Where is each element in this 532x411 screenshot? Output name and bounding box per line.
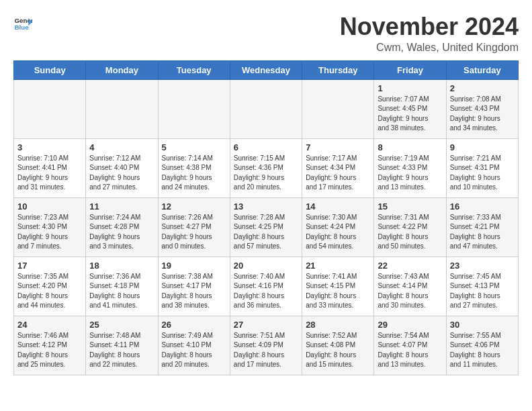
day-info: Sunrise: 7:23 AMSunset: 4:30 PMDaylight:… — [17, 213, 82, 252]
day-number: 14 — [306, 201, 370, 212]
calendar-cell: 23Sunrise: 7:45 AMSunset: 4:13 PMDayligh… — [446, 257, 518, 316]
day-number: 15 — [378, 201, 442, 212]
calendar-cell: 10Sunrise: 7:23 AMSunset: 4:30 PMDayligh… — [14, 197, 86, 257]
title-area: November 2024 Cwm, Wales, United Kingdom — [340, 13, 519, 54]
day-number: 20 — [234, 261, 298, 271]
day-number: 6 — [234, 142, 298, 152]
calendar-cell: 11Sunrise: 7:24 AMSunset: 4:28 PMDayligh… — [86, 197, 158, 257]
day-of-week-header: Wednesday — [230, 60, 302, 79]
day-of-week-header: Friday — [374, 60, 446, 79]
day-info: Sunrise: 7:35 AMSunset: 4:20 PMDaylight:… — [17, 272, 82, 311]
day-of-week-header: Saturday — [446, 60, 518, 79]
calendar-cell: 28Sunrise: 7:52 AMSunset: 4:08 PMDayligh… — [302, 316, 374, 375]
day-number: 4 — [89, 142, 154, 152]
calendar-cell: 22Sunrise: 7:43 AMSunset: 4:14 PMDayligh… — [374, 257, 446, 316]
day-number: 24 — [17, 320, 82, 330]
day-info: Sunrise: 7:52 AMSunset: 4:08 PMDaylight:… — [306, 331, 370, 370]
calendar-cell: 24Sunrise: 7:46 AMSunset: 4:12 PMDayligh… — [14, 316, 86, 375]
day-number: 26 — [162, 320, 226, 330]
day-of-week-header: Thursday — [302, 60, 374, 79]
day-number: 28 — [306, 320, 370, 330]
calendar-cell — [230, 79, 302, 138]
calendar-cell: 13Sunrise: 7:28 AMSunset: 4:25 PMDayligh… — [230, 197, 302, 257]
month-title: November 2024 — [340, 13, 519, 40]
day-number: 1 — [378, 83, 442, 93]
day-info: Sunrise: 7:51 AMSunset: 4:09 PMDaylight:… — [234, 331, 298, 370]
calendar-cell: 12Sunrise: 7:26 AMSunset: 4:27 PMDayligh… — [158, 197, 230, 257]
day-number: 17 — [17, 261, 82, 271]
day-number: 5 — [162, 142, 226, 152]
day-info: Sunrise: 7:43 AMSunset: 4:14 PMDaylight:… — [378, 272, 442, 311]
day-number: 19 — [162, 261, 226, 271]
day-info: Sunrise: 7:10 AMSunset: 4:41 PMDaylight:… — [17, 154, 82, 193]
day-info: Sunrise: 7:33 AMSunset: 4:21 PMDaylight:… — [450, 213, 515, 252]
calendar-cell: 26Sunrise: 7:49 AMSunset: 4:10 PMDayligh… — [158, 316, 230, 375]
day-info: Sunrise: 7:14 AMSunset: 4:38 PMDaylight:… — [162, 154, 226, 193]
day-info: Sunrise: 7:28 AMSunset: 4:25 PMDaylight:… — [234, 213, 298, 252]
day-info: Sunrise: 7:41 AMSunset: 4:15 PMDaylight:… — [306, 272, 370, 311]
day-of-week-header: Sunday — [14, 60, 86, 79]
day-number: 2 — [450, 83, 515, 93]
calendar-cell: 1Sunrise: 7:07 AMSunset: 4:45 PMDaylight… — [374, 79, 446, 138]
day-number: 10 — [17, 201, 82, 212]
day-info: Sunrise: 7:07 AMSunset: 4:45 PMDaylight:… — [378, 95, 442, 134]
day-info: Sunrise: 7:49 AMSunset: 4:10 PMDaylight:… — [162, 331, 226, 370]
calendar-cell: 25Sunrise: 7:48 AMSunset: 4:11 PMDayligh… — [86, 316, 158, 375]
day-info: Sunrise: 7:19 AMSunset: 4:33 PMDaylight:… — [378, 154, 442, 193]
day-number: 8 — [378, 142, 442, 152]
day-info: Sunrise: 7:24 AMSunset: 4:28 PMDaylight:… — [89, 213, 154, 252]
day-info: Sunrise: 7:36 AMSunset: 4:18 PMDaylight:… — [89, 272, 154, 311]
day-number: 11 — [89, 201, 154, 212]
calendar-cell: 2Sunrise: 7:08 AMSunset: 4:43 PMDaylight… — [446, 79, 518, 138]
calendar-cell: 20Sunrise: 7:40 AMSunset: 4:16 PMDayligh… — [230, 257, 302, 316]
calendar-cell: 18Sunrise: 7:36 AMSunset: 4:18 PMDayligh… — [86, 257, 158, 316]
day-number: 16 — [450, 201, 515, 212]
header: General Blue November 2024 Cwm, Wales, U… — [13, 13, 519, 54]
day-info: Sunrise: 7:17 AMSunset: 4:34 PMDaylight:… — [306, 154, 370, 193]
day-of-week-header: Monday — [86, 60, 158, 79]
day-info: Sunrise: 7:40 AMSunset: 4:16 PMDaylight:… — [234, 272, 298, 311]
day-number: 21 — [306, 261, 370, 271]
day-info: Sunrise: 7:12 AMSunset: 4:40 PMDaylight:… — [89, 154, 154, 193]
calendar-cell: 14Sunrise: 7:30 AMSunset: 4:24 PMDayligh… — [302, 197, 374, 257]
day-number: 27 — [234, 320, 298, 330]
day-number: 9 — [450, 142, 515, 152]
day-info: Sunrise: 7:55 AMSunset: 4:06 PMDaylight:… — [450, 331, 515, 370]
logo: General Blue — [13, 13, 32, 32]
calendar-cell: 17Sunrise: 7:35 AMSunset: 4:20 PMDayligh… — [14, 257, 86, 316]
day-info: Sunrise: 7:08 AMSunset: 4:43 PMDaylight:… — [450, 95, 515, 134]
day-number: 7 — [306, 142, 370, 152]
day-info: Sunrise: 7:45 AMSunset: 4:13 PMDaylight:… — [450, 272, 515, 311]
day-number: 13 — [234, 201, 298, 212]
calendar-cell: 8Sunrise: 7:19 AMSunset: 4:33 PMDaylight… — [374, 138, 446, 197]
day-number: 3 — [17, 142, 82, 152]
day-info: Sunrise: 7:54 AMSunset: 4:07 PMDaylight:… — [378, 331, 442, 370]
calendar-cell — [14, 79, 86, 138]
day-number: 18 — [89, 261, 154, 271]
day-number: 23 — [450, 261, 515, 271]
day-info: Sunrise: 7:30 AMSunset: 4:24 PMDaylight:… — [306, 213, 370, 252]
calendar-table: SundayMondayTuesdayWednesdayThursdayFrid… — [13, 60, 519, 375]
day-info: Sunrise: 7:38 AMSunset: 4:17 PMDaylight:… — [162, 272, 226, 311]
calendar-cell — [86, 79, 158, 138]
calendar-cell: 19Sunrise: 7:38 AMSunset: 4:17 PMDayligh… — [158, 257, 230, 316]
calendar-cell: 29Sunrise: 7:54 AMSunset: 4:07 PMDayligh… — [374, 316, 446, 375]
day-info: Sunrise: 7:15 AMSunset: 4:36 PMDaylight:… — [234, 154, 298, 193]
calendar-cell: 9Sunrise: 7:21 AMSunset: 4:31 PMDaylight… — [446, 138, 518, 197]
logo-icon: General Blue — [13, 13, 32, 32]
svg-text:Blue: Blue — [14, 24, 29, 31]
calendar-cell: 15Sunrise: 7:31 AMSunset: 4:22 PMDayligh… — [374, 197, 446, 257]
calendar-cell: 4Sunrise: 7:12 AMSunset: 4:40 PMDaylight… — [86, 138, 158, 197]
day-info: Sunrise: 7:31 AMSunset: 4:22 PMDaylight:… — [378, 213, 442, 252]
calendar-cell: 3Sunrise: 7:10 AMSunset: 4:41 PMDaylight… — [14, 138, 86, 197]
day-number: 25 — [89, 320, 154, 330]
day-of-week-header: Tuesday — [158, 60, 230, 79]
calendar-cell: 27Sunrise: 7:51 AMSunset: 4:09 PMDayligh… — [230, 316, 302, 375]
calendar-cell: 5Sunrise: 7:14 AMSunset: 4:38 PMDaylight… — [158, 138, 230, 197]
calendar-cell: 16Sunrise: 7:33 AMSunset: 4:21 PMDayligh… — [446, 197, 518, 257]
day-number: 29 — [378, 320, 442, 330]
calendar-cell: 21Sunrise: 7:41 AMSunset: 4:15 PMDayligh… — [302, 257, 374, 316]
calendar-cell — [158, 79, 230, 138]
location-title: Cwm, Wales, United Kingdom — [340, 42, 519, 54]
day-info: Sunrise: 7:48 AMSunset: 4:11 PMDaylight:… — [89, 331, 154, 370]
